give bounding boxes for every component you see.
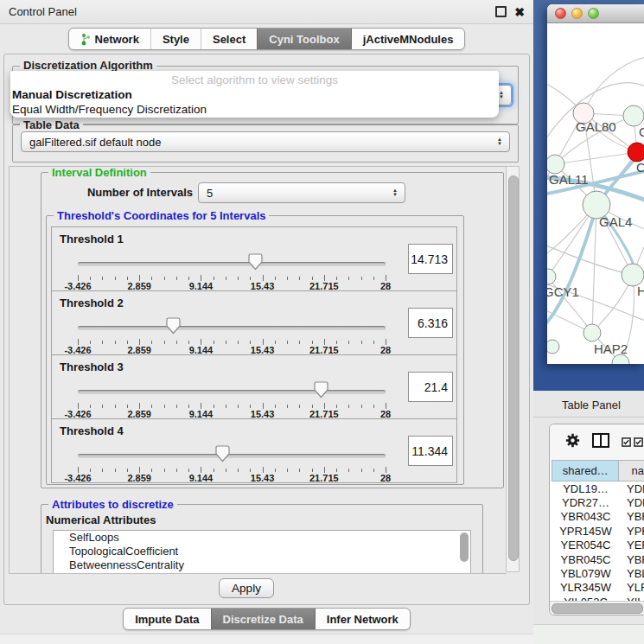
- table-row[interactable]: YDR27…YDR2: [550, 495, 644, 509]
- table-row[interactable]: YDL19…YDL1: [550, 481, 644, 495]
- table-row[interactable]: YBR045CYBR0: [550, 552, 644, 566]
- slider-thumb[interactable]: [166, 317, 181, 335]
- network-node-hap2[interactable]: [583, 324, 601, 341]
- numerical-attributes-list[interactable]: SelfLoopsTopologicalCoefficientBetweenne…: [53, 530, 471, 574]
- slider-thumb[interactable]: [248, 253, 263, 271]
- tab-cyni-toolbox[interactable]: Cyni Toolbox: [257, 29, 350, 49]
- zoom-traffic-light-button[interactable]: [588, 8, 599, 19]
- tick-mark: [115, 405, 116, 408]
- slider-track[interactable]: [78, 390, 386, 394]
- slider-thumb[interactable]: [215, 445, 230, 462]
- tick-mark: [386, 403, 386, 409]
- slider-track[interactable]: [78, 262, 386, 266]
- column-checkboxes-icon[interactable]: [622, 437, 643, 447]
- network-node-ga[interactable]: [623, 105, 644, 126]
- tick-mark: [361, 469, 362, 472]
- tab-jactivemnodules[interactable]: jActiveMNodules: [351, 29, 465, 49]
- tick-mark: [188, 341, 189, 344]
- tick-mark: [250, 405, 251, 408]
- tab-label: Discretize Data: [223, 613, 303, 626]
- tick-mark: [127, 469, 128, 472]
- tick-mark: [226, 341, 226, 344]
- slider-track[interactable]: [78, 454, 386, 458]
- table-row[interactable]: YBL079WYBL0: [550, 566, 644, 580]
- threshold-panel-4: Threshold 4-3.4262.8599.14415.4321.71528…: [51, 418, 457, 483]
- float-window-icon[interactable]: [495, 6, 507, 17]
- tick-mark: [78, 339, 79, 345]
- tab-infer-network[interactable]: Infer Network: [315, 609, 410, 629]
- tick-mark: [201, 467, 201, 473]
- table-row[interactable]: YPR145WYPR1: [550, 524, 644, 538]
- tick-mark: [176, 405, 177, 408]
- table-data-combobox[interactable]: galFiltered.sif default node ▲▼: [21, 131, 510, 152]
- attributes-list-scrollbar[interactable]: [460, 532, 469, 562]
- tab-impute-data[interactable]: Impute Data: [124, 609, 210, 629]
- table-horizontal-scrollbar[interactable]: [550, 601, 644, 615]
- network-node-gal11[interactable]: [547, 155, 564, 174]
- tab-style[interactable]: Style: [150, 29, 201, 49]
- slider-track[interactable]: [78, 326, 386, 330]
- threshold-value-field[interactable]: 6.316: [408, 308, 453, 338]
- control-panel-title: Control Panel: [0, 5, 77, 18]
- tab-label: Select: [213, 33, 245, 46]
- tick-mark: [250, 277, 251, 280]
- threshold-slider[interactable]: -3.4262.8599.14415.4321.71528: [76, 355, 387, 418]
- scrollbar-thumb[interactable]: [508, 175, 519, 561]
- tick-mark: [336, 277, 337, 280]
- close-traffic-light-button[interactable]: [555, 8, 566, 19]
- tick-mark: [90, 277, 91, 280]
- algorithm-option-manual-discretization[interactable]: Manual Discretization: [10, 87, 499, 102]
- network-node[interactable]: [547, 340, 559, 354]
- thresholds-group-title: Threshold's Coordinates for 5 Intervals: [54, 209, 269, 222]
- network-node-c[interactable]: [628, 143, 644, 162]
- algorithm-placeholder-item[interactable]: Select algorithm to view settings: [10, 73, 499, 87]
- tick-mark: [263, 339, 264, 345]
- threshold-value-field[interactable]: 21.4: [408, 372, 453, 402]
- attribute-list-item[interactable]: TopologicalCoefficient: [54, 545, 470, 558]
- tick-mark: [386, 275, 386, 281]
- tick-mark: [348, 469, 349, 472]
- column-header-shared-name[interactable]: shared…: [552, 460, 619, 481]
- attribute-list-item[interactable]: SelfLoops: [54, 531, 470, 545]
- tab-select[interactable]: Select: [201, 29, 257, 49]
- tab-discretize-data[interactable]: Discretize Data: [211, 609, 315, 629]
- threshold-slider[interactable]: -3.4262.8599.14415.4321.71528: [76, 291, 387, 354]
- table-row[interactable]: YER054CYER0: [550, 539, 644, 552]
- threshold-slider[interactable]: -3.4262.8599.14415.4321.71528: [76, 227, 387, 290]
- scrollbar-thumb[interactable]: [552, 603, 643, 614]
- tick-mark: [312, 341, 313, 344]
- close-icon[interactable]: ✖: [514, 6, 525, 18]
- network-canvas[interactable]: GAL80GACGAL11GAL4GCY1HHAP2: [547, 23, 644, 364]
- threshold-value-field[interactable]: 11.344: [408, 436, 453, 466]
- tab-network[interactable]: Network: [69, 29, 150, 49]
- gear-icon[interactable]: [565, 433, 580, 451]
- network-graph[interactable]: GAL80GACGAL11GAL4GCY1HHAP2: [547, 23, 644, 364]
- threshold-slider[interactable]: -3.4262.8599.14415.4321.71528: [76, 419, 387, 482]
- algorithm-option-equal-width-frequency-discretization[interactable]: Equal Width/Frequency Discretization: [10, 102, 499, 117]
- table-row[interactable]: YLR345WYLR3: [550, 581, 644, 595]
- table-row[interactable]: YBR043CYBR0: [550, 510, 644, 524]
- tick-mark: [115, 469, 116, 472]
- slider-thumb[interactable]: [314, 381, 328, 399]
- tick-mark: [238, 405, 239, 408]
- network-window-titlebar[interactable]: [547, 4, 644, 23]
- split-view-icon[interactable]: [592, 433, 609, 451]
- bottom-tab-bar: Impute DataDiscretize DataInfer Network: [0, 608, 533, 630]
- threshold-value-field[interactable]: 14.713: [408, 244, 453, 274]
- minimize-traffic-light-button[interactable]: [571, 8, 583, 19]
- tick-mark: [102, 405, 103, 408]
- table-row[interactable]: YIL052CYIL0: [550, 595, 644, 601]
- column-header-name[interactable]: name: [619, 460, 644, 481]
- settings-vertical-scrollbar[interactable]: [506, 166, 520, 572]
- tick-mark: [226, 277, 226, 280]
- network-node-gcy1[interactable]: [547, 269, 556, 284]
- apply-button[interactable]: Apply: [219, 578, 274, 598]
- network-icon: [80, 33, 91, 46]
- tick-mark: [214, 469, 214, 472]
- tick-mark: [250, 469, 251, 472]
- node-label: GAL80: [576, 119, 616, 134]
- attribute-list-item[interactable]: BetweennessCentrality: [54, 558, 470, 572]
- control-panel-titlebar: Control Panel ✖: [0, 0, 533, 24]
- number-of-intervals-combobox[interactable]: 5 ▲▼: [198, 182, 405, 203]
- tick-mark: [238, 469, 239, 472]
